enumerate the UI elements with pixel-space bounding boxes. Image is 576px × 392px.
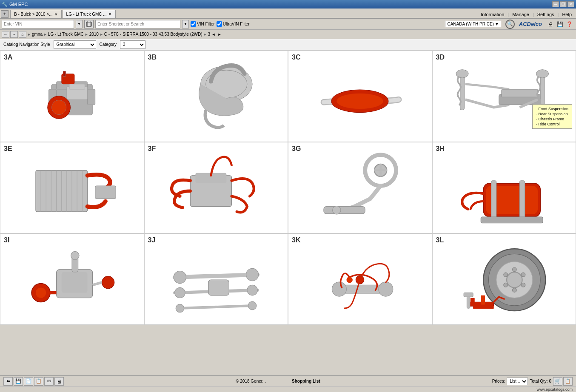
prices-select[interactable]: List,... [507, 378, 528, 385]
svg-point-50 [71, 251, 79, 259]
status-icon-pdf[interactable]: 📄 [24, 377, 33, 386]
part-image-3c [288, 51, 432, 142]
breadcrumb-3[interactable]: 3 [208, 32, 210, 37]
part-label-3b: 3B [148, 54, 157, 61]
forward-button[interactable]: → [10, 31, 18, 38]
home-button[interactable]: ⌂ [19, 31, 26, 38]
breadcrumb-lg[interactable]: LG - Lt Truck GMC [48, 32, 84, 37]
svg-point-58 [246, 269, 258, 281]
part-label-3f: 3F [148, 145, 156, 153]
svg-rect-10 [63, 71, 66, 77]
prices-label: Prices: [492, 379, 505, 383]
part-cell-3c[interactable]: 3C [288, 51, 432, 142]
scan-button[interactable] [84, 20, 94, 28]
svg-point-8 [52, 100, 66, 115]
svg-point-57 [174, 271, 186, 284]
vin-input[interactable] [2, 20, 74, 28]
tooltip-item-4: · Ride Control [536, 122, 568, 127]
breadcrumb-sierra[interactable]: C - 57C - SIERRA 1500 - 03,43,53 Bodysty… [104, 32, 202, 37]
svg-point-77 [521, 273, 525, 277]
help-icon[interactable]: ❓ [565, 20, 573, 28]
save-icon[interactable]: 💾 [556, 20, 564, 28]
tab-buick[interactable]: B - Buick > 2010 >... ✕ [10, 10, 62, 18]
part-cell-3h[interactable]: 3H [432, 142, 576, 233]
vin-filter-checkbox[interactable]: VIN Filter [191, 21, 215, 27]
part-image-3i [0, 234, 144, 325]
total-qty-label: Total Qty: 0 [530, 379, 551, 383]
part-label-3c: 3C [292, 54, 300, 61]
category-select[interactable]: 3 [120, 40, 145, 49]
svg-point-73 [507, 272, 522, 287]
tab-buick-close[interactable]: ✕ [54, 12, 58, 17]
part-cell-3g[interactable]: 3G [288, 142, 432, 233]
close-button[interactable]: ✕ [567, 1, 574, 7]
vin-dropdown[interactable]: ▼ [76, 20, 83, 28]
tab-buick-label: B - Buick > 2010 >... [14, 12, 53, 17]
list-icon[interactable]: 📋 [563, 377, 573, 386]
region-dropdown-arrow[interactable]: ▼ [495, 22, 499, 26]
menu-help[interactable]: Help [559, 11, 575, 18]
svg-point-79 [521, 283, 525, 287]
svg-rect-33 [95, 186, 116, 199]
status-icon-back[interactable]: ⬅ [3, 377, 13, 386]
svg-point-64 [248, 301, 256, 310]
part-cell-3j[interactable]: 3J [144, 233, 288, 325]
parts-grid: 3A [0, 50, 576, 325]
part-cell-3b[interactable]: 3B [144, 51, 288, 142]
svg-point-74 [512, 267, 516, 272]
restore-button[interactable]: ❐ [560, 1, 567, 7]
add-tab-button[interactable]: + [1, 10, 9, 18]
part-cell-3l[interactable]: 3L [432, 233, 576, 325]
tab-gmc-close[interactable]: ✕ [108, 12, 112, 16]
svg-rect-84 [467, 295, 470, 308]
svg-rect-81 [470, 298, 475, 304]
part-image-3k [288, 234, 432, 325]
svg-point-66 [332, 282, 347, 296]
ultravin-filter-checkbox[interactable]: UltraVIN Filter [217, 21, 250, 27]
menu-settings[interactable]: Settings [534, 11, 558, 18]
menu-manage[interactable]: Manage [509, 11, 533, 18]
nav-style-label: Catalog Navigation Style [3, 42, 50, 47]
status-icon-print[interactable]: 🖨 [54, 377, 64, 386]
svg-point-41 [333, 206, 341, 214]
part-cell-3e[interactable]: 3E [0, 142, 144, 233]
breadcrumb-prev[interactable]: ◄ [211, 31, 216, 37]
breadcrumb-next[interactable]: ► [217, 31, 222, 37]
search-dropdown[interactable]: ▼ [182, 20, 189, 28]
svg-rect-83 [473, 306, 494, 309]
print-icon[interactable]: 🖨 [546, 20, 555, 28]
part-cell-3a[interactable]: 3A [0, 51, 144, 142]
region-selector[interactable]: CANADA (WITH PRICE) ▼ [445, 21, 501, 27]
part-cell-3d[interactable]: 3D [432, 51, 576, 142]
menu-information[interactable]: Information [477, 11, 508, 18]
breadcrumb-gmna[interactable]: gmna [32, 32, 43, 37]
nav-style-select[interactable]: Graphical List [54, 40, 96, 49]
svg-point-60 [247, 285, 257, 295]
svg-point-53 [102, 276, 114, 289]
tab-gmc[interactable]: LG - Lt Truck GMC ... ✕ [63, 10, 116, 18]
svg-rect-46 [481, 217, 543, 223]
part-cell-3f[interactable]: 3F [144, 142, 288, 233]
back-button[interactable]: ← [2, 31, 9, 38]
svg-point-67 [379, 282, 393, 296]
cart-icon[interactable]: 🛒 [553, 377, 562, 386]
svg-rect-20 [502, 89, 538, 97]
part-cell-3i[interactable]: 3I [0, 233, 144, 325]
status-icon-save[interactable]: 💾 [14, 377, 23, 386]
svg-rect-5 [88, 89, 95, 105]
global-search-icon[interactable]: 🔍 [505, 20, 515, 29]
svg-point-78 [504, 283, 508, 287]
status-icon-copy[interactable]: 📋 [34, 377, 43, 386]
acdelco-logo: ACDelco [519, 21, 542, 27]
search-input[interactable] [95, 20, 180, 28]
part-cell-3k[interactable]: 3K [288, 233, 432, 325]
part-image-3a [0, 51, 144, 142]
svg-rect-61 [208, 280, 229, 295]
breadcrumb-2010[interactable]: 2010 [89, 32, 99, 37]
tooltip-item-1: · Front Suspension [536, 106, 568, 111]
part-label-3i: 3I [4, 236, 9, 244]
shopping-list-link[interactable]: Shopping List [292, 379, 320, 383]
part-image-3g [288, 142, 432, 233]
status-icon-email[interactable]: ✉ [44, 377, 54, 386]
minimize-button[interactable]: ─ [552, 1, 559, 7]
